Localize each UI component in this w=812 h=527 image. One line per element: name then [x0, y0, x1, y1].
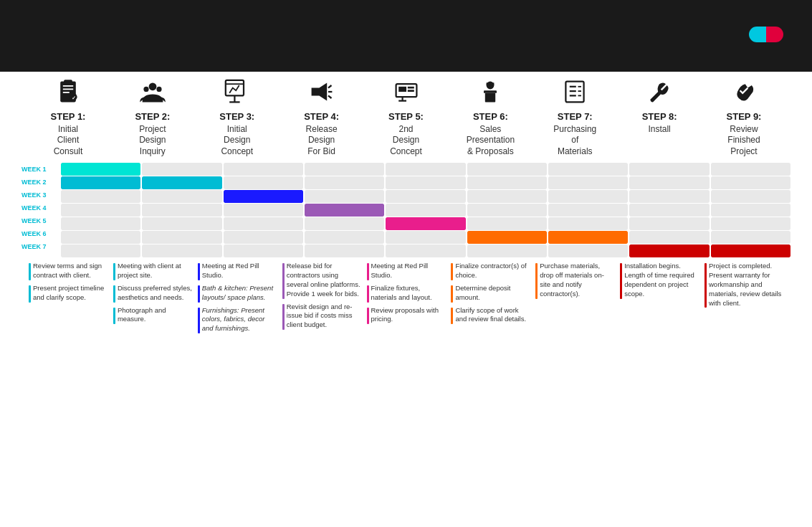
note-text: Project is completed. Present warranty f…	[709, 262, 783, 308]
step-col-8: STEP 8:Install	[620, 79, 699, 157]
note-bar	[367, 285, 369, 303]
step-icon-3	[224, 79, 250, 108]
note-bar	[367, 308, 369, 325]
gantt-cell-3-1	[61, 190, 140, 203]
gantt-row-1	[61, 163, 790, 176]
svg-rect-19	[407, 87, 414, 89]
main-content: ✓STEP 1:InitialClientConsultSTEP 2:Proje…	[0, 72, 812, 527]
step-col-7: STEP 7:PurchasingofMaterials	[535, 79, 614, 157]
week-label-1: WEEK 1	[22, 163, 61, 176]
week-label-7: WEEK 7	[22, 240, 61, 253]
note-bar	[29, 263, 31, 280]
gantt-cell-2-3	[224, 176, 303, 189]
note-text: Review terms and sign contract with clie…	[33, 262, 108, 280]
note-item-2-2: Discuss preferred styles, aesthetics and…	[113, 284, 192, 303]
gantt-area: WEEK 1WEEK 2WEEK 3WEEK 4WEEK 5WEEK 6WEEK…	[22, 163, 790, 257]
svg-point-8	[143, 87, 148, 92]
note-col-9: Project is completed. Present warranty f…	[704, 262, 783, 520]
gantt-cell-3-7	[548, 190, 628, 203]
gantt-cell-2-4	[305, 176, 384, 189]
note-item-6-3: Clarify scope of work and review final d…	[451, 306, 530, 325]
logo	[749, 27, 783, 45]
note-bar	[367, 263, 369, 280]
svg-text:✓: ✓	[72, 95, 76, 101]
note-item-3-3: Furnishings: Present colors, fabrics, de…	[198, 306, 277, 333]
step-label-3: InitialDesignConcept	[221, 124, 253, 158]
step-icon-7	[562, 79, 588, 108]
step-col-4: STEP 4:ReleaseDesignFor Bid	[282, 79, 361, 157]
note-item-4-2: Revisit design and re-issue bid if costs…	[282, 303, 361, 330]
note-col-8: Installation begins. Length of time requ…	[620, 262, 699, 520]
note-bar	[198, 308, 200, 333]
gantt-cell-2-2	[142, 176, 221, 189]
step-label-2: ProjectDesignInquiry	[139, 124, 166, 158]
gantt-cell-6-7	[548, 231, 628, 244]
note-col-7: Purchase materials, drop off materials o…	[535, 262, 614, 520]
note-bar	[451, 285, 453, 303]
gantt-cell-1-6	[467, 163, 547, 176]
gantt-cell-4-3	[224, 204, 303, 217]
gantt-cell-7-6	[467, 244, 547, 257]
gantt-cell-7-2	[142, 244, 221, 257]
gantt-row-4	[61, 204, 790, 217]
svg-rect-4	[65, 80, 72, 84]
gantt-cell-6-1	[61, 231, 140, 244]
gantt-cell-5-1	[61, 217, 140, 230]
svg-line-15	[328, 85, 332, 88]
note-col-4: Release bid for contractors using severa…	[282, 262, 361, 520]
note-bar	[113, 308, 115, 325]
note-bar	[282, 304, 285, 330]
note-text: Discuss preferred styles, aesthetics and…	[118, 284, 192, 303]
svg-rect-2	[63, 89, 73, 90]
gantt-cell-3-9	[711, 190, 790, 203]
week-label-2: WEEK 2	[22, 176, 61, 189]
note-item-7-1: Purchase materials, drop off materials o…	[535, 262, 614, 298]
gantt-cell-5-6	[467, 217, 547, 230]
gantt-cell-1-3	[224, 163, 303, 176]
gantt-cell-2-1	[61, 176, 140, 189]
note-text: Installation begins. Length of time requ…	[624, 262, 699, 298]
gantt-cell-7-4	[305, 244, 384, 257]
gantt-cell-5-8	[629, 217, 709, 230]
svg-rect-24	[484, 90, 497, 93]
header	[0, 0, 812, 72]
note-bar	[535, 263, 538, 298]
svg-rect-25	[485, 93, 495, 103]
gantt-cell-4-6	[467, 204, 547, 217]
note-col-1: Review terms and sign contract with clie…	[29, 262, 108, 520]
note-item-2-1: Meeting with client at project site.	[113, 262, 192, 280]
gantt-cell-7-5	[386, 244, 465, 257]
note-text: Meeting with client at project site.	[118, 262, 192, 280]
svg-point-7	[148, 82, 156, 90]
note-col-2: Meeting with client at project site.Disc…	[113, 262, 192, 520]
gantt-cell-6-3	[224, 231, 303, 244]
gantt-cell-4-9	[711, 204, 790, 217]
gantt-cell-3-8	[629, 190, 709, 203]
note-item-1-1: Review terms and sign contract with clie…	[29, 262, 108, 280]
gantt-cell-5-2	[142, 217, 221, 230]
gantt-cell-1-2	[142, 163, 221, 176]
gantt-cell-5-5	[386, 217, 465, 230]
gantt-cell-6-4	[305, 231, 384, 244]
notes-row: Review terms and sign contract with clie…	[22, 262, 790, 520]
gantt-cell-1-8	[629, 163, 709, 176]
gantt-cell-6-9	[711, 231, 790, 244]
step-number-1: STEP 1:	[51, 111, 86, 123]
gantt-cell-7-3	[224, 244, 303, 257]
note-item-9-1: Project is completed. Present warranty f…	[704, 262, 783, 308]
step-number-4: STEP 4:	[304, 111, 339, 123]
svg-line-16	[328, 95, 332, 98]
step-label-8: Install	[648, 124, 670, 136]
step-icon-2	[140, 79, 166, 108]
note-text: Release bid for contractors using severa…	[287, 262, 361, 298]
step-icon-5	[393, 79, 419, 108]
steps-header: ✓STEP 1:InitialClientConsultSTEP 2:Proje…	[22, 79, 790, 157]
gantt-cell-3-2	[142, 190, 221, 203]
svg-rect-20	[407, 90, 414, 92]
gantt-cell-7-8	[629, 244, 709, 257]
note-item-6-1: Finalize contractor(s) of choice.	[451, 262, 530, 280]
gantt-cell-7-7	[548, 244, 628, 257]
gantt-cell-3-6	[467, 190, 547, 203]
gantt-cell-2-8	[629, 176, 709, 189]
gantt-cell-6-8	[629, 231, 709, 244]
